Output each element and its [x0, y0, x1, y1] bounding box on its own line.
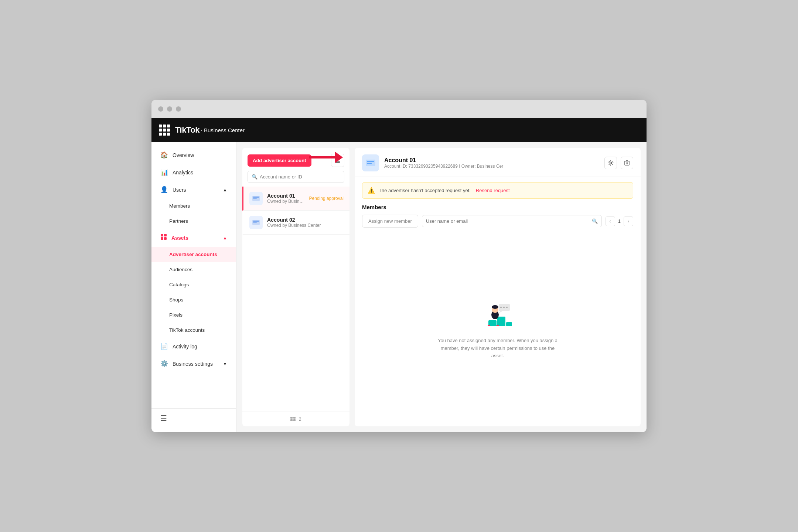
account-delete-button[interactable]	[621, 157, 633, 169]
sidebar-item-shops[interactable]: Shops	[151, 292, 236, 307]
collapse-sidebar-button[interactable]: ☰	[160, 414, 167, 422]
traffic-light-min[interactable]	[167, 106, 172, 112]
svg-rect-17	[367, 161, 374, 162]
add-advertiser-account-button[interactable]: Add advertiser account	[248, 154, 311, 167]
account-search-input[interactable]	[260, 174, 340, 180]
account-thumb-02	[249, 216, 263, 229]
sidebar-item-business-settings[interactable]: ⚙️ Business settings ▼	[151, 355, 236, 372]
sidebar-item-analytics[interactable]: 📊 Analytics	[151, 164, 236, 181]
account-item-02[interactable]: Account 02 Owned by Business Center	[242, 211, 349, 235]
sidebar-item-overview[interactable]: 🏠 Overview	[151, 146, 236, 164]
traffic-light-max[interactable]	[176, 106, 181, 112]
sidebar-item-users[interactable]: 👤 Users ▲	[151, 181, 236, 198]
prev-page-button[interactable]: ‹	[606, 216, 615, 226]
account-owner-01: Owned by Business Cen...	[267, 199, 305, 204]
title-bar	[151, 100, 647, 118]
sidebar-label-tiktok-accounts: TikTok accounts	[169, 327, 205, 333]
account-name-01: Account 01	[267, 193, 305, 199]
member-search-wrap[interactable]: 🔍	[422, 215, 602, 227]
svg-rect-15	[293, 419, 296, 421]
right-account-id: Account ID: 7333269020594392268​9 I Owne…	[384, 164, 599, 169]
svg-point-29	[503, 307, 505, 308]
grid-footer-icon	[290, 417, 296, 422]
right-account-icon	[362, 154, 379, 171]
svg-rect-1	[164, 234, 167, 236]
next-page-button[interactable]: ›	[624, 216, 633, 226]
arrow-annotation	[309, 151, 343, 163]
sidebar-item-advertiser-accounts[interactable]: Advertiser accounts	[151, 247, 236, 262]
search-bar: 🔍	[242, 171, 349, 187]
sidebar-item-activity-log[interactable]: 📄 Activity log	[151, 338, 236, 355]
trash-icon	[624, 160, 630, 166]
analytics-icon: 📊	[160, 168, 168, 176]
app-grid-icon[interactable]	[159, 125, 170, 136]
sidebar-item-members[interactable]: Members	[151, 198, 236, 214]
arrow-head	[335, 151, 343, 163]
sidebar-bottom: ☰	[151, 408, 236, 428]
member-search-icon: 🔍	[592, 218, 598, 224]
svg-rect-20	[625, 161, 629, 165]
account-search-wrap[interactable]: 🔍	[248, 171, 344, 183]
svg-rect-3	[164, 237, 167, 240]
svg-rect-33	[497, 325, 499, 326]
right-account-info: Account 01 Account ID: 73332690205943922…	[384, 157, 599, 169]
svg-point-19	[610, 162, 612, 164]
empty-illustration	[477, 300, 518, 337]
sidebar-item-tiktok-accounts[interactable]: TikTok accounts	[151, 323, 236, 338]
svg-rect-0	[161, 234, 163, 236]
settings-chevron: ▼	[223, 361, 227, 366]
account-thumb-icon-02	[252, 219, 260, 226]
sidebar-label-catalogs: Catalogs	[169, 282, 189, 287]
sidebar-item-audiences[interactable]: Audiences	[151, 262, 236, 277]
users-icon: 👤	[160, 186, 168, 194]
sidebar-label-activity-log: Activity log	[173, 344, 197, 349]
svg-rect-12	[290, 417, 293, 419]
warning-icon: ⚠️	[368, 187, 375, 194]
brand-subtitle: Business Center	[204, 127, 245, 133]
members-title: Members	[362, 204, 633, 210]
svg-rect-23	[506, 322, 512, 326]
svg-rect-7	[253, 197, 259, 198]
account-info-02: Account 02 Owned by Business Center	[267, 217, 344, 228]
main-content: 🏠 Overview 📊 Analytics 👤 Users ▲ Members…	[151, 142, 647, 432]
arrow-shaft	[309, 156, 335, 158]
account-list: Account 01 Owned by Business Cen... Pend…	[242, 187, 349, 412]
svg-rect-14	[290, 419, 293, 421]
sidebar-item-pixels[interactable]: Pixels	[151, 307, 236, 323]
member-search-input[interactable]	[426, 218, 590, 224]
sidebar-label-pixels: Pixels	[169, 312, 183, 318]
pending-badge-01: Pending approval	[309, 196, 344, 201]
sidebar-label-members: Members	[169, 203, 190, 209]
sidebar-item-catalogs[interactable]: Catalogs	[151, 277, 236, 292]
empty-state: You have not assigned any member. When y…	[362, 233, 633, 426]
settings-icon: ⚙️	[160, 360, 168, 368]
sidebar-item-assets[interactable]: Assets ▲	[151, 229, 236, 247]
right-account-name: Account 01	[384, 157, 599, 164]
assign-member-button[interactable]: Assign new member	[362, 215, 418, 228]
account-thumb-01	[249, 192, 263, 205]
traffic-light-close[interactable]	[158, 106, 163, 112]
warning-text: The advertiser hasn't accepted request y…	[379, 188, 471, 193]
account-settings-button[interactable]	[604, 157, 617, 169]
svg-rect-22	[497, 317, 505, 326]
svg-point-26	[492, 305, 498, 309]
sidebar-label-overview: Overview	[173, 152, 194, 158]
right-header: Account 01 Account ID: 73332690205943922…	[355, 148, 641, 177]
search-icon: 🔍	[252, 174, 258, 180]
svg-point-30	[506, 307, 508, 308]
sidebar-label-audiences: Audiences	[169, 267, 192, 272]
brand-tiktok: TikTok	[175, 125, 200, 135]
right-account-thumb-icon	[366, 159, 375, 167]
activity-log-icon: 📄	[160, 342, 168, 350]
account-item-01[interactable]: Account 01 Owned by Business Cen... Pend…	[242, 187, 349, 211]
sidebar-label-advertiser-accounts: Advertiser accounts	[169, 252, 217, 257]
assets-icon	[160, 233, 167, 242]
resend-request-link[interactable]: Resend request	[476, 188, 510, 193]
account-name-02: Account 02	[267, 217, 344, 223]
svg-marker-31	[499, 311, 502, 313]
sidebar-item-partners[interactable]: Partners	[151, 214, 236, 229]
sidebar-label-assets: Assets	[171, 235, 188, 241]
members-toolbar: Assign new member 🔍 ‹ 1 ›	[362, 215, 633, 228]
members-section: Members Assign new member 🔍 ‹ 1 ›	[355, 204, 641, 426]
right-panel: Account 01 Account ID: 73332690205943922…	[355, 148, 641, 426]
